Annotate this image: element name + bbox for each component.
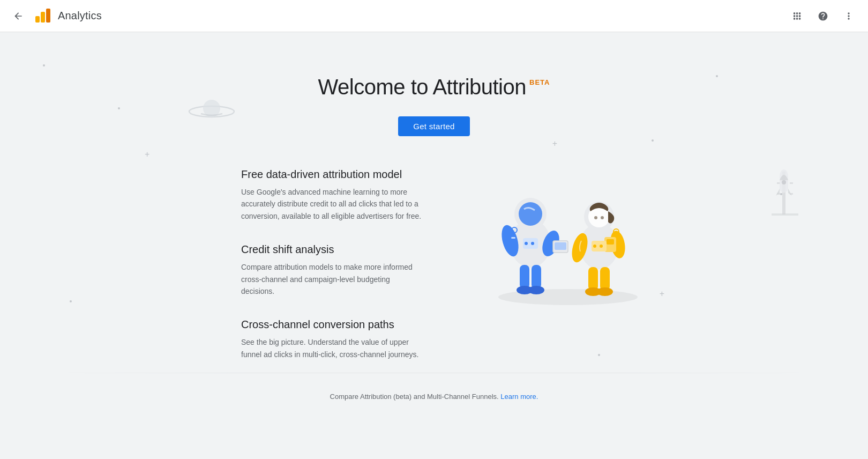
- svg-rect-37: [607, 239, 614, 245]
- svg-rect-22: [532, 265, 541, 289]
- feature-title: Free data-driven attribution model: [241, 168, 423, 181]
- beta-badge: BETA: [529, 78, 550, 86]
- feature-item: Cross-channel conversion paths See the b…: [241, 319, 423, 360]
- header-right: [787, 5, 859, 27]
- svg-rect-39: [600, 267, 610, 291]
- get-started-button[interactable]: Get started: [398, 116, 470, 136]
- svg-rect-2: [46, 9, 50, 23]
- feature-description: Compare attribution models to make more …: [241, 261, 423, 297]
- svg-point-27: [531, 242, 534, 245]
- svg-point-4: [203, 100, 220, 117]
- feature-description: See the big picture. Understand the valu…: [241, 336, 423, 360]
- header-title: Analytics: [58, 10, 102, 22]
- svg-point-33: [601, 216, 604, 219]
- learn-more-link[interactable]: Learn more.: [500, 393, 538, 401]
- welcome-text: Welcome to Attribution: [318, 75, 526, 99]
- feature-title: Credit shift analysis: [241, 243, 423, 256]
- svg-point-32: [594, 216, 597, 219]
- svg-point-43: [593, 245, 596, 248]
- svg-rect-21: [520, 265, 529, 289]
- feature-item: Credit shift analysis Compare attributio…: [241, 243, 423, 297]
- footer-compare: Compare Attribution (beta) and Multi-Cha…: [330, 393, 538, 401]
- help-button[interactable]: [812, 5, 834, 27]
- svg-point-44: [600, 245, 603, 248]
- header: Analytics: [0, 0, 868, 32]
- svg-point-26: [525, 242, 528, 245]
- svg-point-41: [597, 287, 613, 296]
- svg-rect-38: [588, 267, 598, 291]
- footer-text: Compare Attribution (beta) and Multi-Cha…: [330, 393, 499, 401]
- apps-button[interactable]: [787, 5, 808, 27]
- feature-item: Free data-driven attribution model Use G…: [241, 168, 423, 222]
- page-title: Welcome to Attribution BETA: [318, 75, 550, 99]
- planet-decoration: [188, 97, 236, 125]
- svg-point-24: [528, 286, 544, 294]
- features-list: Free data-driven attribution model Use G…: [198, 168, 423, 360]
- illustration: [466, 158, 670, 308]
- analytics-logo: [34, 9, 51, 24]
- back-button[interactable]: [9, 6, 28, 26]
- feature-description: Use Google's advanced machine learning t…: [241, 186, 423, 222]
- main-content: + + +: [0, 32, 868, 459]
- feature-title: Cross-channel conversion paths: [241, 319, 423, 331]
- svg-rect-28: [511, 237, 515, 239]
- hero-section: Welcome to Attribution BETA Get started: [318, 32, 550, 136]
- features-section: Free data-driven attribution model Use G…: [0, 168, 868, 360]
- svg-point-3: [189, 106, 234, 117]
- header-left: Analytics: [9, 6, 102, 26]
- more-button[interactable]: [838, 5, 859, 27]
- svg-rect-1: [41, 12, 45, 23]
- svg-rect-20: [555, 242, 566, 250]
- svg-rect-0: [35, 16, 40, 23]
- svg-point-16: [519, 202, 542, 226]
